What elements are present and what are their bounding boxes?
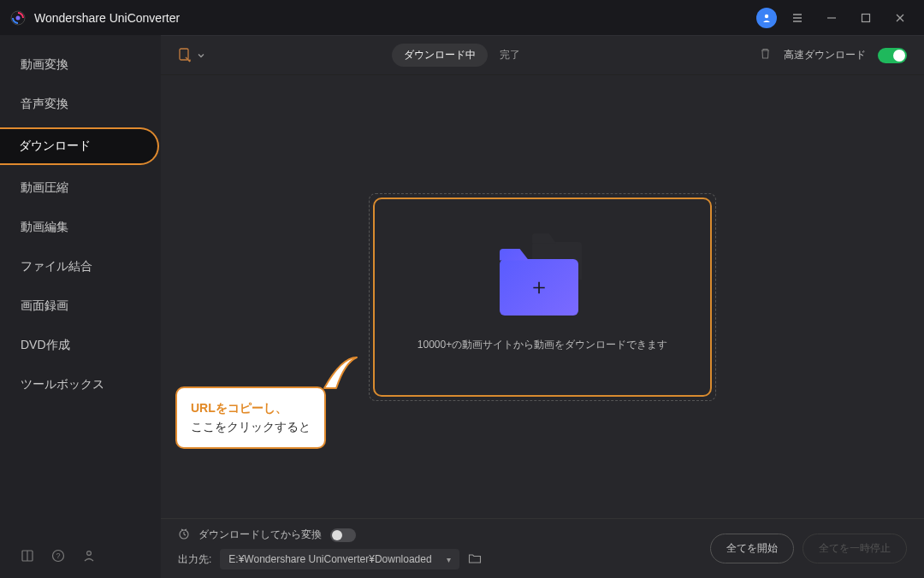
tutorial-callout: URLをコピーし、 ここをクリックすると	[175, 386, 326, 449]
callout-line1: URLをコピーし、	[191, 398, 311, 417]
minimize-icon[interactable]	[818, 4, 845, 32]
convert-after-dl-toggle[interactable]	[330, 528, 356, 542]
svg-point-14	[87, 551, 92, 556]
callout-box: URLをコピーし、 ここをクリックすると	[175, 386, 326, 449]
close-icon[interactable]	[886, 4, 914, 32]
bottombar-right: 全てを開始 全てを一時停止	[710, 534, 907, 563]
sidebar-item-download[interactable]: ダウンロード	[0, 127, 159, 165]
menu-icon[interactable]	[784, 4, 811, 32]
svg-line-18	[184, 534, 186, 535]
tab-downloading[interactable]: ダウンロード中	[392, 44, 488, 67]
sidebar-footer: ?	[0, 537, 161, 578]
start-all-button[interactable]: 全てを開始	[710, 534, 794, 563]
trash-icon[interactable]	[759, 47, 772, 63]
content: ダウンロード中 完了 高速ダウンロード ＋ 10000+の動画サイトから動画をダ…	[161, 35, 924, 578]
high-speed-download-label: 高速ダウンロード	[784, 48, 866, 62]
drop-description: 10000+の動画サイトから動画をダウンロードできます	[418, 338, 667, 352]
guide-icon[interactable]	[21, 549, 34, 566]
drop-dashed-box: ＋ 10000+の動画サイトから動画をダウンロードできます	[369, 193, 716, 401]
chevron-down-icon	[197, 51, 205, 60]
convert-after-dl-row: ダウンロードしてから変換	[178, 528, 482, 542]
tab-done[interactable]: 完了	[488, 44, 532, 67]
drop-target[interactable]: ＋ 10000+の動画サイトから動画をダウンロードできます	[373, 198, 712, 397]
paste-url-button[interactable]	[178, 48, 205, 63]
bottombar-left: ダウンロードしてから変換 出力先: E:¥Wondershare UniConv…	[178, 528, 482, 569]
toggle-knob	[893, 50, 905, 62]
convert-after-dl-label: ダウンロードしてから変換	[198, 528, 322, 542]
bottombar: ダウンロードしてから変換 出力先: E:¥Wondershare UniConv…	[161, 518, 924, 578]
topbar-right: 高速ダウンロード	[759, 47, 907, 63]
sidebar-item-screen-record[interactable]: 画面録画	[0, 286, 161, 326]
sidebar-item-merge[interactable]: ファイル結合	[0, 247, 161, 286]
sidebar-item-dvd[interactable]: DVD作成	[0, 326, 161, 365]
app-title: Wondershare UniConverter	[34, 11, 180, 25]
content-topbar: ダウンロード中 完了 高速ダウンロード	[161, 36, 924, 75]
sidebar-item-compress[interactable]: 動画圧縮	[0, 168, 161, 208]
titlebar-left: Wondershare UniConverter	[10, 10, 180, 26]
svg-text:?: ?	[56, 551, 60, 560]
open-folder-icon[interactable]	[468, 552, 482, 567]
drop-area: ＋ 10000+の動画サイトから動画をダウンロードできます	[161, 75, 924, 518]
callout-line2: ここをクリックすると	[191, 417, 311, 436]
user-account-icon[interactable]	[756, 8, 777, 28]
titlebar: Wondershare UniConverter	[0, 0, 924, 35]
sidebar: 動画変換 音声変換 ダウンロード 動画圧縮 動画編集 ファイル結合 画面録画 D…	[0, 35, 161, 578]
add-folder-icon: ＋	[500, 242, 585, 316]
status-tabs: ダウンロード中 完了	[392, 44, 532, 67]
output-label: 出力先:	[178, 552, 211, 567]
sidebar-item-video-convert[interactable]: 動画変換	[0, 45, 161, 85]
plus-icon: ＋	[528, 272, 550, 302]
topbar-left	[178, 48, 205, 63]
sidebar-items: 動画変換 音声変換 ダウンロード 動画圧縮 動画編集 ファイル結合 画面録画 D…	[0, 35, 161, 537]
titlebar-right	[756, 4, 914, 32]
maximize-icon[interactable]	[852, 4, 880, 32]
output-row: 出力先: E:¥Wondershare UniConverter¥Downloa…	[178, 549, 482, 569]
main: 動画変換 音声変換 ダウンロード 動画圧縮 動画編集 ファイル結合 画面録画 D…	[0, 35, 924, 578]
svg-line-19	[181, 529, 183, 530]
sidebar-item-toolbox[interactable]: ツールボックス	[0, 365, 161, 404]
pause-all-button: 全てを一時停止	[803, 534, 907, 563]
clock-icon	[178, 528, 190, 542]
toggle-knob	[332, 530, 342, 540]
svg-rect-7	[862, 14, 870, 21]
svg-line-20	[185, 529, 187, 530]
sidebar-item-edit[interactable]: 動画編集	[0, 208, 161, 247]
svg-point-1	[16, 15, 21, 20]
help-icon[interactable]: ?	[51, 549, 65, 566]
svg-point-2	[765, 14, 768, 17]
high-speed-toggle[interactable]	[878, 48, 907, 63]
app-logo-icon	[10, 10, 26, 26]
output-path-select[interactable]: E:¥Wondershare UniConverter¥Downloaded	[220, 549, 459, 569]
output-path-select-wrap: E:¥Wondershare UniConverter¥Downloaded ▾	[220, 549, 459, 569]
feedback-icon[interactable]	[82, 549, 96, 566]
sidebar-item-audio-convert[interactable]: 音声変換	[0, 85, 161, 124]
